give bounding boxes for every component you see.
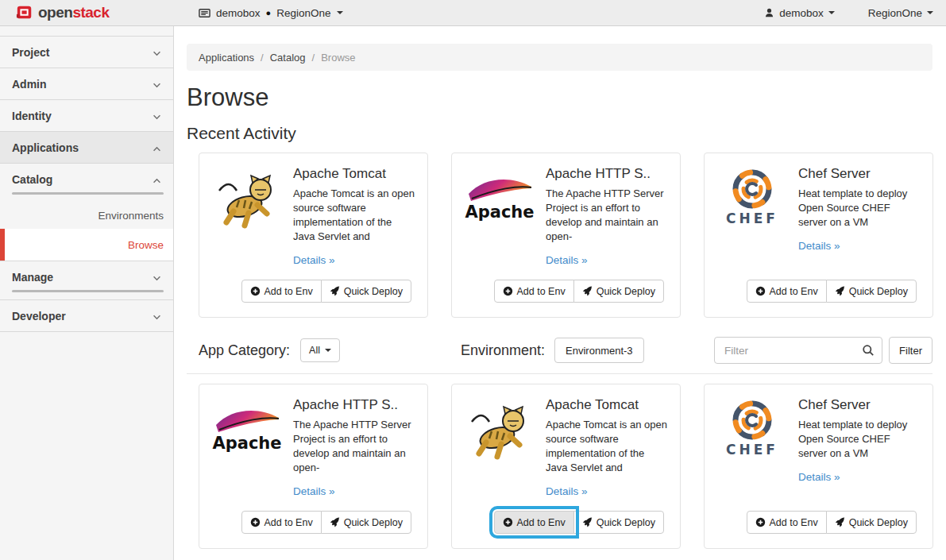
rocket-icon <box>330 286 340 296</box>
main-content: Applications / Catalog / Browse Browse R… <box>175 0 946 549</box>
add-to-env-button[interactable]: Add to Env <box>494 280 574 303</box>
apache-tomcat-logo <box>464 396 535 468</box>
sidebar-item-applications[interactable]: Applications <box>0 132 173 164</box>
card-title: Apache Tomcat <box>293 166 415 182</box>
card-title: Chef Server <box>798 397 921 413</box>
svg-text:CHEF: CHEF <box>726 442 778 458</box>
apache-tomcat-logo <box>211 165 283 237</box>
add-to-env-button[interactable]: Add to Env <box>241 511 322 534</box>
quick-deploy-button[interactable]: Quick Deploy <box>321 511 411 534</box>
breadcrumb-current: Browse <box>321 52 355 64</box>
chevron-down-icon <box>153 271 161 284</box>
current-region: RegionOne <box>276 7 330 19</box>
catalog-active-underline <box>12 192 164 195</box>
quick-deploy-button[interactable]: Quick Deploy <box>573 511 664 534</box>
chevron-down-icon <box>927 11 933 14</box>
recent-activity-cards: Apache Tomcat Apache Tomcat is an open s… <box>199 153 932 318</box>
add-to-env-button[interactable]: Add to Env <box>747 280 827 303</box>
sidebar-item-label: Manage <box>12 271 53 284</box>
plus-circle-icon <box>755 517 766 527</box>
svg-text:CHEF: CHEF <box>726 210 778 226</box>
rocket-icon <box>835 517 845 527</box>
chevron-down-icon <box>153 78 161 91</box>
sidebar-nav: Project Admin Identity Applications Cata… <box>0 26 174 560</box>
app-category-dropdown[interactable]: All <box>300 338 340 362</box>
quick-deploy-button[interactable]: Quick Deploy <box>826 280 917 303</box>
breadcrumb-separator: / <box>261 52 264 64</box>
card-title: Apache Tomcat <box>546 397 668 413</box>
separator-dot-icon: ● <box>266 8 272 17</box>
details-link[interactable]: Details » <box>293 485 335 497</box>
app-card-chef-server: CHEF Chef Server Heat template to deploy… <box>704 384 933 549</box>
add-to-env-button-highlighted[interactable]: Add to Env <box>494 511 574 534</box>
chef-logo: CHEF <box>716 165 788 237</box>
sidebar-item-developer[interactable]: Developer <box>0 300 173 332</box>
add-to-env-button[interactable]: Add to Env <box>241 280 322 303</box>
environment-label: Environment: <box>461 342 545 359</box>
sidebar-item-environments[interactable]: Environments <box>0 202 173 229</box>
card-description: The Apache HTTP Server Project is an eff… <box>546 187 668 244</box>
sidebar-item-browse[interactable]: Browse <box>0 229 173 261</box>
details-link[interactable]: Details » <box>546 254 588 266</box>
brand-text: openstack <box>38 4 110 21</box>
project-region-picker[interactable]: demobox ● RegionOne <box>199 7 343 19</box>
quick-deploy-button[interactable]: Quick Deploy <box>321 280 411 303</box>
card-title: Apache HTTP S.. <box>293 397 415 413</box>
sidebar-item-identity[interactable]: Identity <box>0 100 173 132</box>
plus-circle-icon <box>250 517 261 527</box>
sidebar-item-label: Admin <box>12 78 47 91</box>
sidebar-item-label: Developer <box>12 310 66 322</box>
quick-deploy-button[interactable]: Quick Deploy <box>573 280 664 303</box>
sidebar-item-label: Environments <box>98 210 164 222</box>
svg-text:Apache: Apache <box>212 434 281 453</box>
plus-circle-icon <box>503 286 513 296</box>
region-selector[interactable]: RegionOne <box>868 7 933 19</box>
apache-http-logo: Apache <box>211 396 283 468</box>
chevron-down-icon <box>153 310 161 322</box>
card-title: Apache HTTP S.. <box>546 166 668 182</box>
sidebar-item-label: Browse <box>128 239 164 251</box>
catalog-cards: Apache Apache HTTP S.. The Apache HTTP S… <box>199 384 932 549</box>
chef-logo: CHEF <box>716 396 788 468</box>
user-name: demobox <box>779 7 824 19</box>
openstack-logo[interactable]: openstack <box>0 4 175 21</box>
details-link[interactable]: Details » <box>798 240 840 252</box>
sidebar-item-label: Project <box>12 46 49 59</box>
chevron-down-icon <box>153 110 161 122</box>
details-link[interactable]: Details » <box>293 254 335 266</box>
page-title: Browse <box>187 83 932 112</box>
sidebar-top-spacer <box>0 26 173 37</box>
environment-button[interactable]: Environment-3 <box>554 338 644 363</box>
filter-search <box>714 337 882 364</box>
rocket-icon <box>835 286 845 296</box>
sidebar-item-label: Applications <box>12 141 79 154</box>
filter-bar: App Category: All Environment: Environme… <box>199 337 932 364</box>
app-card-chef-server: CHEF Chef Server Heat template to deploy… <box>704 153 933 318</box>
add-to-env-button[interactable]: Add to Env <box>747 511 827 534</box>
projects-list-icon <box>199 7 210 19</box>
breadcrumb-catalog[interactable]: Catalog <box>270 52 306 64</box>
breadcrumb-applications[interactable]: Applications <box>199 52 254 64</box>
app-category-label: App Category: <box>199 342 290 359</box>
rocket-icon <box>582 517 593 527</box>
app-card-apache-tomcat: Apache Tomcat Apache Tomcat is an open s… <box>451 384 681 549</box>
manage-underline <box>12 290 164 292</box>
search-icon <box>862 344 875 360</box>
details-link[interactable]: Details » <box>798 471 840 483</box>
section-divider <box>187 373 932 374</box>
details-link[interactable]: Details » <box>546 485 588 497</box>
sidebar-item-manage[interactable]: Manage <box>0 261 173 293</box>
filter-input[interactable] <box>714 337 882 364</box>
filter-submit-button[interactable]: Filter <box>889 337 932 364</box>
sidebar-item-admin[interactable]: Admin <box>0 68 173 100</box>
card-description: Apache Tomcat is an open source software… <box>293 187 415 244</box>
chevron-down-icon <box>828 11 835 14</box>
svg-text:Apache: Apache <box>465 203 534 222</box>
quick-deploy-button[interactable]: Quick Deploy <box>826 511 917 534</box>
card-description: The Apache HTTP Server Project is an eff… <box>293 418 415 475</box>
card-title: Chef Server <box>798 166 921 182</box>
app-card-apache-http: Apache Apache HTTP S.. The Apache HTTP S… <box>451 153 681 318</box>
sidebar-item-catalog[interactable]: Catalog <box>0 164 173 195</box>
user-menu[interactable]: demobox <box>764 7 835 19</box>
sidebar-item-project[interactable]: Project <box>0 37 173 68</box>
